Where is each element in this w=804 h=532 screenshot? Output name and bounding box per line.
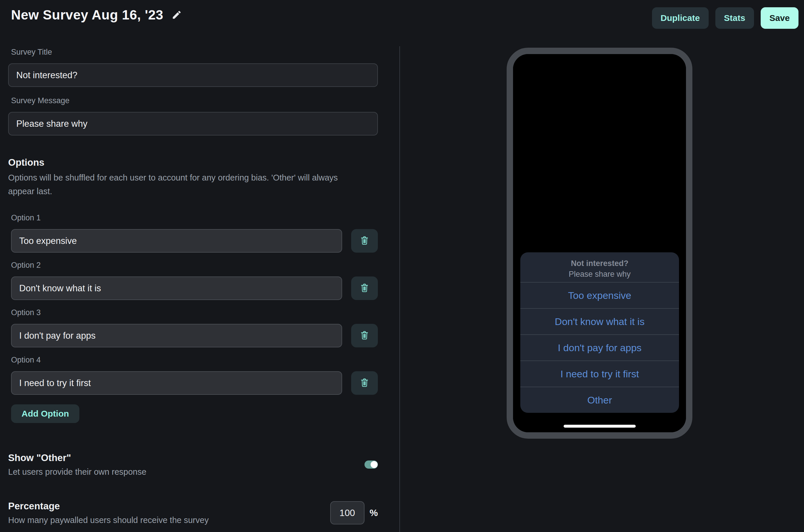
option-4-input[interactable] (11, 371, 342, 395)
save-button[interactable]: Save (761, 7, 799, 29)
survey-message-input[interactable] (8, 112, 378, 135)
vertical-divider (399, 46, 400, 532)
percentage-input[interactable] (330, 501, 364, 525)
survey-title-label: Survey Title (11, 47, 378, 57)
percent-symbol: % (370, 508, 378, 518)
option-3-input[interactable] (11, 324, 342, 347)
options-description: Options will be shuffled for each user t… (8, 171, 360, 198)
options-heading: Options (8, 156, 378, 169)
trash-icon (360, 330, 369, 341)
show-other-toggle[interactable] (364, 460, 378, 469)
percentage-description: How many paywalled users should receive … (8, 515, 209, 525)
option-2-delete-button[interactable] (351, 277, 378, 300)
trash-icon (360, 378, 369, 388)
percentage-label: Percentage (8, 500, 209, 512)
option-4-label: Option 4 (11, 355, 378, 365)
header-actions: Duplicate Stats Save (652, 7, 799, 29)
option-4-row (11, 371, 378, 395)
preview-title: Not interested? (520, 259, 679, 268)
percentage-input-group: % (330, 501, 378, 525)
option-1-delete-button[interactable] (351, 229, 378, 253)
option-1-input[interactable] (11, 229, 342, 253)
preview-option-1: Too expensive (520, 282, 679, 308)
phone-screen: Not interested? Please share why Too exp… (513, 54, 686, 432)
preview-option-4: I need to try it first (520, 360, 679, 387)
option-2-input[interactable] (11, 277, 342, 300)
option-3-row (11, 324, 378, 347)
show-other-description: Let users provide their own response (8, 467, 147, 477)
add-option-button[interactable]: Add Option (11, 404, 79, 423)
percentage-row: Percentage How many paywalled users shou… (8, 500, 378, 525)
option-3-delete-button[interactable] (351, 324, 378, 347)
show-other-label: Show "Other" (8, 452, 147, 464)
show-other-text: Show "Other" Let users provide their own… (8, 452, 147, 477)
preview-option-2: Don't know what it is (520, 308, 679, 334)
show-other-row: Show "Other" Let users provide their own… (8, 452, 378, 477)
option-1-row (11, 229, 378, 253)
survey-message-label: Survey Message (11, 96, 378, 106)
survey-preview-sheet: Not interested? Please share why Too exp… (520, 252, 679, 413)
duplicate-button[interactable]: Duplicate (652, 7, 709, 29)
preview-header: Not interested? Please share why (520, 252, 679, 282)
survey-editor-pane: Survey Title Survey Message Options Opti… (8, 0, 378, 525)
option-1-label: Option 1 (11, 213, 378, 223)
toggle-knob (370, 461, 378, 468)
option-4-delete-button[interactable] (351, 371, 378, 395)
option-2-label: Option 2 (11, 260, 378, 270)
option-2-row (11, 277, 378, 300)
trash-icon (360, 235, 369, 246)
stats-button[interactable]: Stats (715, 7, 754, 29)
survey-title-input[interactable] (8, 63, 378, 87)
phone-mockup: Not interested? Please share why Too exp… (506, 48, 692, 439)
preview-option-3: I don't pay for apps (520, 334, 679, 360)
preview-option-other: Other (520, 387, 679, 413)
percentage-text: Percentage How many paywalled users shou… (8, 500, 209, 525)
home-indicator (563, 425, 636, 428)
preview-message: Please share why (520, 270, 679, 279)
trash-icon (360, 283, 369, 293)
option-3-label: Option 3 (11, 308, 378, 318)
